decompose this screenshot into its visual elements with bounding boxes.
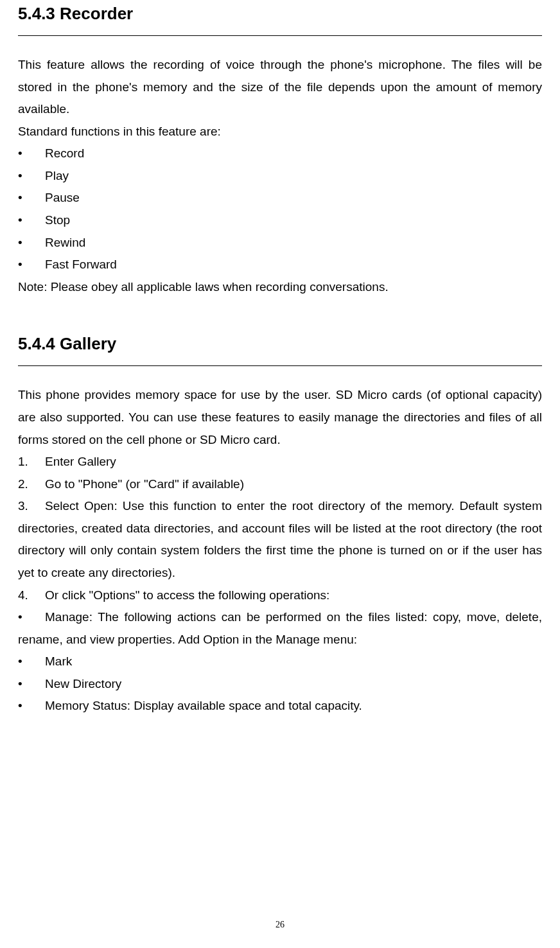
bullet-item: •Memory Status: Display available space … (18, 695, 542, 717)
bullet-text: New Directory (45, 677, 121, 690)
bullet-text: Record (45, 146, 84, 160)
section-heading-gallery: 5.4.4 Gallery (18, 298, 542, 366)
bullet-text: Fast Forward (45, 258, 117, 271)
bullet-text: Stop (45, 213, 70, 227)
bullet-text: Rewind (45, 236, 85, 249)
bullet-text: Play (45, 169, 69, 182)
bullet-item: •Rewind (18, 232, 542, 254)
bullet-text: Mark (45, 654, 72, 668)
bullet-item: •New Directory (18, 673, 542, 696)
step-item: 3.Select Open: Use this function to ente… (18, 495, 542, 584)
bullet-item: •Stop (18, 209, 542, 232)
step-text: Enter Gallery (45, 455, 116, 468)
manage-text: Manage: The following actions can be per… (18, 610, 542, 646)
recorder-note: Note: Please obey all applicable laws wh… (18, 276, 542, 299)
step-text: Go to "Phone" (or "Card" if available) (45, 477, 244, 491)
manage-item: •Manage: The following actions can be pe… (18, 606, 542, 651)
recorder-description: This feature allows the recording of voi… (18, 54, 542, 121)
recorder-functions-intro: Standard functions in this feature are: (18, 121, 542, 143)
bullet-item: •Record (18, 143, 542, 165)
bullet-text: Memory Status: Display available space a… (45, 699, 362, 712)
gallery-description: This phone provides memory space for use… (18, 384, 542, 451)
section-heading-recorder: 5.4.3 Recorder (18, 0, 542, 36)
step-text: Or click "Options" to access the followi… (45, 588, 329, 602)
bullet-item: •Play (18, 165, 542, 188)
bullet-item: •Mark (18, 651, 542, 673)
step-item: 2.Go to "Phone" (or "Card" if available) (18, 473, 542, 496)
step-text: Select Open: Use this function to enter … (18, 499, 542, 579)
page-number: 26 (0, 920, 560, 930)
bullet-item: •Fast Forward (18, 254, 542, 276)
step-item: 1.Enter Gallery (18, 451, 542, 473)
step-item: 4.Or click "Options" to access the follo… (18, 584, 542, 607)
bullet-text: Pause (45, 191, 80, 204)
bullet-item: •Pause (18, 187, 542, 209)
